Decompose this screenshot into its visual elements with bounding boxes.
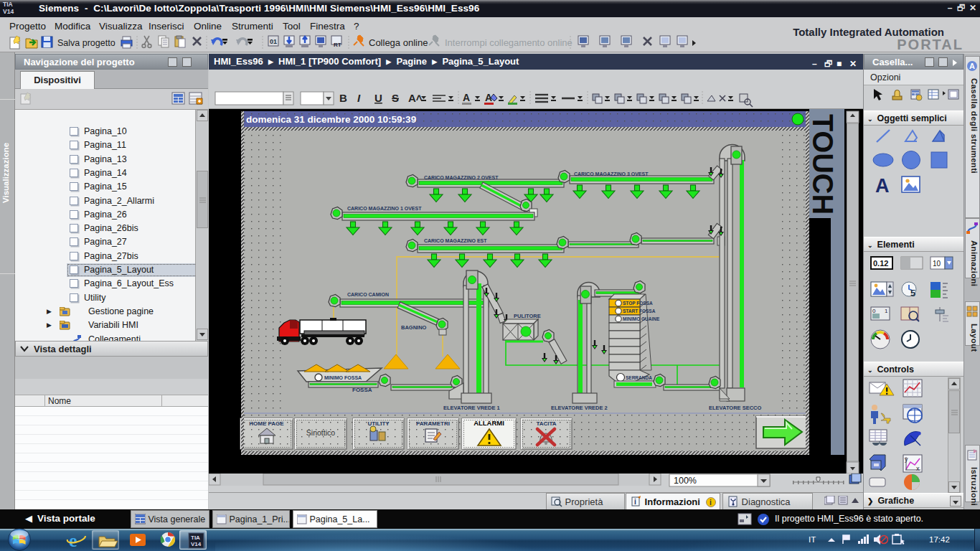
svg-text:10: 10 [933,260,941,268]
svg-text:TACITA: TACITA [536,420,556,427]
svg-text:CARICO MAGAZZINO 2 OVEST: CARICO MAGAZZINO 2 OVEST [424,175,499,180]
svg-text:e: e [69,531,77,550]
svg-text:Interrompi collegamento online: Interrompi collegamento online [445,37,573,48]
svg-text:domenica 31 dicembre 2000 10:5: domenica 31 dicembre 2000 10:59:39 [246,114,416,125]
svg-text:CARICO MAGAZZINO 1 OVEST: CARICO MAGAZZINO 1 OVEST [347,206,422,211]
svg-text:SERRANDA: SERRANDA [626,375,652,380]
svg-text:ELEVATORE VREDE 1: ELEVATORE VREDE 1 [443,405,500,411]
svg-text:Sinottico: Sinottico [306,428,335,437]
svg-text:A: A [969,62,975,70]
svg-text:UTILITY: UTILITY [367,420,390,427]
svg-text:5: 5 [910,288,915,298]
svg-text:B: B [339,92,347,104]
svg-text:1: 1 [885,308,888,314]
svg-text:BAGNINO: BAGNINO [401,324,427,331]
svg-text:RT: RT [334,42,341,48]
svg-text:STOP FOSSA: STOP FOSSA [623,301,653,306]
svg-text:0.12: 0.12 [873,259,888,268]
svg-text:A˄: A˄ [408,92,423,104]
svg-text:i: i [634,498,636,506]
svg-text:V14: V14 [191,541,202,547]
svg-text:PARAMETRI: PARAMETRI [416,420,450,427]
svg-text:START FOSSA: START FOSSA [623,309,656,314]
svg-text:CARICO MAGAZZINO 3 OVEST: CARICO MAGAZZINO 3 OVEST [574,171,649,176]
svg-text:CARICO MAGAZZINO EST: CARICO MAGAZZINO EST [424,238,487,243]
svg-text:MINIMO FOSSA: MINIMO FOSSA [324,375,362,380]
svg-text:TIA: TIA [191,534,200,541]
svg-text:HOME PAGE: HOME PAGE [249,420,284,427]
svg-text:01: 01 [270,38,277,45]
svg-text:U: U [374,92,382,104]
svg-text:S: S [392,92,399,104]
svg-text:ELEVATORE SECCO: ELEVATORE SECCO [709,405,762,411]
svg-text:Collega online: Collega online [369,37,428,48]
svg-text:Salva progetto: Salva progetto [57,38,116,48]
svg-text:PULITORE: PULITORE [514,313,541,319]
svg-text:I: I [357,92,361,104]
svg-text:A: A [875,175,890,197]
svg-text:x: x [916,465,920,472]
svg-text:100%: 100% [674,476,697,486]
svg-text:ELEVATORE VREDE 2: ELEVATORE VREDE 2 [551,405,608,411]
svg-text:ALLARMI: ALLARMI [473,419,504,427]
svg-text:TOUCH: TOUCH [807,114,839,215]
svg-text:A: A [463,92,470,103]
svg-text:MINIMO GUAINE: MINIMO GUAINE [623,316,660,321]
svg-text:CARICO CAMION: CARICO CAMION [347,292,389,297]
svg-text:0: 0 [872,308,876,314]
